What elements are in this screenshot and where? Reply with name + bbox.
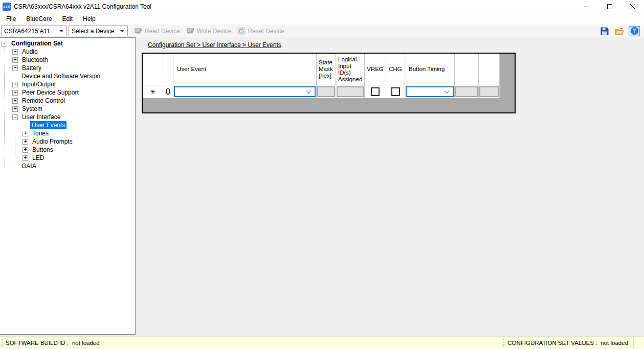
tree-item-audio[interactable]: + Audio xyxy=(12,48,135,56)
expand-icon[interactable]: + xyxy=(12,82,18,87)
title-bar: CSR CSRA63xxx/CSRA64xxx v2A11 Configurat… xyxy=(0,0,644,13)
tree-item-label: Input/Output xyxy=(20,80,57,88)
expand-icon[interactable]: + xyxy=(12,49,18,55)
help-icon: ? xyxy=(631,27,638,35)
main-area: - Configuration Set + Audio + Bluetooth … xyxy=(0,37,644,336)
chevron-down-icon xyxy=(445,88,450,94)
status-separator xyxy=(98,337,98,349)
chip-type-combobox[interactable]: CSRA64215 A11 xyxy=(1,26,67,36)
close-button[interactable] xyxy=(621,0,644,13)
tree-item-label: Battery xyxy=(20,64,43,72)
expand-icon[interactable]: + xyxy=(23,155,28,161)
col-state-mask: State Mask [hex] xyxy=(317,54,336,85)
tree-item-peer-device-support[interactable]: + Peer Device Support xyxy=(12,88,135,97)
tree-item-label: Device and Software Version xyxy=(20,72,102,80)
tree-item-label: System xyxy=(20,105,44,113)
chevron-down-icon xyxy=(120,30,124,32)
new-row-marker-cell: ✳ xyxy=(143,85,163,98)
save-icon xyxy=(601,27,609,35)
col-row-header xyxy=(143,54,163,85)
menu-bluecore[interactable]: BlueCore xyxy=(21,14,57,24)
expand-icon[interactable]: + xyxy=(12,106,18,112)
menu-file[interactable]: File xyxy=(1,14,21,24)
collapse-icon[interactable]: - xyxy=(12,114,18,120)
tree-item-user-interface[interactable]: - User Interface xyxy=(12,113,135,121)
minimize-button[interactable] xyxy=(575,0,598,13)
maximize-button[interactable] xyxy=(598,0,621,13)
tree-item-configuration-set[interactable]: - Configuration Set xyxy=(2,39,135,48)
expand-icon[interactable]: + xyxy=(23,139,28,145)
tree-item-label: GAIA xyxy=(20,162,38,170)
row-index-cell: 0 xyxy=(163,85,173,98)
user-event-combobox[interactable] xyxy=(174,86,316,97)
configuration-set-values-value: not loaded xyxy=(601,340,628,346)
chg-checkbox[interactable] xyxy=(391,87,400,96)
tree-connector-line xyxy=(4,46,5,166)
new-row: ✳ 0 xyxy=(143,85,515,98)
expand-icon[interactable]: + xyxy=(23,147,28,153)
expand-icon[interactable]: + xyxy=(12,65,18,71)
tree-item-battery[interactable]: + Battery xyxy=(12,64,135,72)
menu-edit[interactable]: Edit xyxy=(57,14,78,24)
select-device-value: Select a Device xyxy=(72,28,114,35)
write-device-button[interactable]: Write Device xyxy=(186,27,232,35)
logical-input-field-disabled xyxy=(337,86,364,97)
expand-icon[interactable]: + xyxy=(12,98,18,104)
expand-icon[interactable]: + xyxy=(23,131,28,136)
tree-connector xyxy=(12,76,18,77)
vreg-cell xyxy=(365,85,386,98)
tree-connector xyxy=(23,125,29,126)
col-logical-input: Logical Input ID(s) Assigned xyxy=(336,54,365,85)
extra-field-1-disabled xyxy=(455,86,478,97)
tree-item-tones[interactable]: + Tones xyxy=(23,129,135,137)
help-button[interactable]: ? xyxy=(629,26,640,36)
tree-item-remote-control[interactable]: + Remote Control xyxy=(12,97,135,105)
col-chg: CHG xyxy=(386,54,405,85)
reset-device-button[interactable]: Reset Device xyxy=(237,27,284,35)
col-extra-1 xyxy=(455,54,479,85)
open-file-button[interactable] xyxy=(614,26,625,36)
chip-type-value: CSRA64215 A11 xyxy=(4,28,50,35)
vreg-checkbox[interactable] xyxy=(371,87,380,96)
reset-device-icon xyxy=(237,27,246,35)
save-button[interactable] xyxy=(599,26,610,36)
user-events-grid: User Event State Mask [hex] Logical Inpu… xyxy=(142,53,516,113)
tree-item-audio-prompts[interactable]: + Audio Prompts xyxy=(23,137,135,146)
col-extra-2 xyxy=(479,54,500,85)
close-icon xyxy=(630,4,635,9)
col-user-event: User Event xyxy=(173,54,317,85)
configuration-set-values-label: CONFIGURATION SET VALUES : xyxy=(507,340,597,346)
tree-item-input-output[interactable]: + Input/Output xyxy=(12,80,135,88)
menu-help[interactable]: Help xyxy=(78,14,101,24)
tree-item-device-and-software-version[interactable]: Device and Software Version xyxy=(12,72,135,80)
expand-icon[interactable]: + xyxy=(12,57,18,63)
tree-item-label-selected: User Events xyxy=(30,121,66,129)
tree-connector xyxy=(12,166,18,167)
maximize-icon xyxy=(607,4,612,9)
button-timing-combobox[interactable] xyxy=(406,86,454,97)
col-index xyxy=(163,54,173,85)
tree-item-led[interactable]: + LED xyxy=(23,154,135,162)
grip-handle-icon xyxy=(503,339,504,347)
software-build-id-label: SOFTWARE BUILD ID : xyxy=(6,340,69,346)
tree-item-label: User Interface xyxy=(20,113,62,121)
select-device-combobox[interactable]: Select a Device xyxy=(69,26,128,36)
extra-field-2-disabled xyxy=(479,86,499,97)
tree-item-system[interactable]: + System xyxy=(12,105,135,113)
expand-icon[interactable]: + xyxy=(12,90,18,96)
extra-cell-1 xyxy=(455,85,479,98)
new-row-marker: ✳ xyxy=(150,88,155,96)
read-device-button[interactable]: Read Device xyxy=(134,27,180,35)
tree-item-gaia[interactable]: GAIA xyxy=(12,162,135,170)
tree-item-buttons[interactable]: + Buttons xyxy=(23,146,135,154)
write-device-label: Write Device xyxy=(197,28,232,35)
button-timing-cell xyxy=(405,85,455,98)
breadcrumb[interactable]: Configuration Set > User Interface > Use… xyxy=(148,41,281,49)
collapse-icon[interactable]: - xyxy=(2,41,7,46)
write-device-icon xyxy=(186,27,194,35)
tree-item-user-events[interactable]: User Events xyxy=(23,121,135,129)
tree-item-bluetooth[interactable]: + Bluetooth xyxy=(12,56,135,64)
state-mask-cell xyxy=(317,85,336,98)
reset-device-label: Reset Device xyxy=(248,28,284,35)
tree-item-label: Audio xyxy=(20,48,39,56)
